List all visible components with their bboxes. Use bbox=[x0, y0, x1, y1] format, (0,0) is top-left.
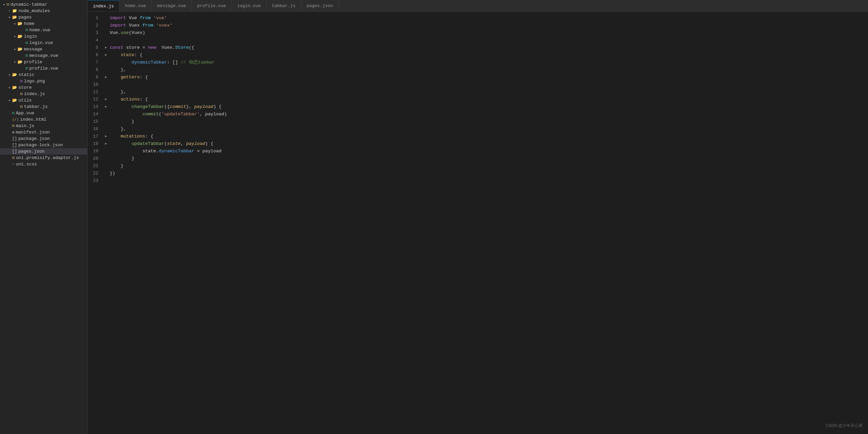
sidebar-item-label: node_modules bbox=[19, 8, 50, 13]
chevron-down-icon: ▾ bbox=[7, 15, 12, 20]
sidebar-item-manifest-json[interactable]: › ⚙ manifest.json bbox=[0, 129, 87, 135]
sidebar-item-label: store bbox=[19, 85, 32, 90]
sidebar-item-message-vue[interactable]: › ⊡ message.vue bbox=[0, 53, 87, 59]
code-line-23: 23 bbox=[88, 177, 868, 185]
folder-icon: 📂 bbox=[18, 60, 23, 65]
sidebar-item-message-folder[interactable]: ▾ 📂 message bbox=[0, 46, 87, 53]
chevron-down-icon: ▾ bbox=[7, 73, 12, 77]
code-content: getters: { bbox=[108, 74, 868, 81]
sidebar-item-label: uni.promisify.adaptor.js bbox=[16, 155, 79, 160]
editor-area: index.js home.vue message.vue profile.vu… bbox=[88, 0, 868, 434]
sidebar-item-app-vue[interactable]: › ⊡ App.vue bbox=[0, 110, 87, 116]
fold-icon[interactable]: ▶ bbox=[104, 74, 108, 81]
code-content: dynamicTabbar: [] // 动态tabbar bbox=[108, 59, 868, 66]
chevron-down-icon: ▾ bbox=[7, 99, 12, 103]
sidebar-item-label: pages bbox=[19, 15, 32, 20]
tab-login-vue[interactable]: login.vue bbox=[232, 0, 267, 12]
sidebar-item-pages[interactable]: ▾ 📂 pages bbox=[0, 14, 87, 21]
sidebar-item-label: dynamic-tabbar bbox=[10, 2, 47, 7]
sidebar-item-label: tabbar.js bbox=[24, 104, 48, 109]
line-number: 19 bbox=[88, 147, 104, 155]
code-line-7: 7 dynamicTabbar: [] // 动态tabbar bbox=[88, 59, 868, 66]
js-file-icon: ⊡ bbox=[20, 104, 23, 109]
sidebar-item-label: index.js bbox=[24, 92, 45, 97]
line-number: 13 bbox=[88, 103, 104, 110]
sidebar-item-logo-png[interactable]: › ⊡ logo.png bbox=[0, 78, 87, 85]
sidebar-item-home-folder[interactable]: ▾ 📂 home bbox=[0, 21, 87, 27]
code-content: import Vuex from 'vuex' bbox=[108, 22, 868, 29]
code-line-19: 19 state.dynamicTabbar = payload bbox=[88, 147, 868, 155]
tab-home-vue[interactable]: home.vue bbox=[120, 0, 151, 12]
tab-label: tabbar.js bbox=[272, 3, 296, 8]
sidebar-item-profile-folder[interactable]: ▾ 📂 profile bbox=[0, 59, 87, 65]
sidebar-item-profile-vue[interactable]: › ⊡ profile.vue bbox=[0, 65, 87, 72]
sidebar-item-label: uni.scss bbox=[16, 162, 37, 167]
code-content: } bbox=[108, 118, 868, 125]
sidebar-item-pages-json[interactable]: › [] pages.json bbox=[0, 148, 87, 155]
sidebar-item-uni-adaptor[interactable]: › ⊡ uni.promisify.adaptor.js bbox=[0, 155, 87, 161]
tab-index-js[interactable]: index.js bbox=[88, 0, 120, 12]
chevron-down-icon: ▾ bbox=[1, 3, 7, 7]
tab-label: pages.json bbox=[307, 3, 333, 8]
line-number: 12 bbox=[88, 96, 104, 103]
code-line-15: 15 } bbox=[88, 118, 868, 125]
sidebar-item-node_modules[interactable]: › 📁 node_modules bbox=[0, 8, 87, 14]
code-content: import Vue from 'vue' bbox=[108, 14, 868, 22]
settings-file-icon: ⚙ bbox=[12, 130, 14, 134]
code-editor[interactable]: 1 import Vue from 'vue' 2 import Vuex fr… bbox=[88, 12, 868, 434]
json-file-icon: [] bbox=[12, 143, 17, 147]
folder-icon: 📂 bbox=[18, 34, 23, 39]
line-number: 20 bbox=[88, 155, 104, 162]
vue-file-icon: ⊡ bbox=[26, 28, 28, 33]
sidebar-item-package-json[interactable]: › [] package.json bbox=[0, 135, 87, 142]
tabs-bar: index.js home.vue message.vue profile.vu… bbox=[88, 0, 868, 12]
sidebar-item-uni-scss[interactable]: › ~ uni.scss bbox=[0, 161, 87, 167]
sidebar-item-home-vue[interactable]: › ⊡ home.vue bbox=[0, 27, 87, 33]
sidebar-item-root[interactable]: ▾ ⊟ dynamic-tabbar bbox=[0, 1, 87, 8]
line-number: 5 bbox=[88, 44, 104, 52]
code-content: }, bbox=[108, 125, 868, 133]
fold-icon[interactable]: ▶ bbox=[104, 133, 108, 140]
sidebar-item-package-lock-json[interactable]: › [] package-lock.json bbox=[0, 142, 87, 148]
fold-icon[interactable]: ▶ bbox=[104, 103, 108, 110]
tab-pages-json[interactable]: pages.json bbox=[301, 0, 339, 12]
line-number: 1 bbox=[88, 14, 104, 22]
fold-icon[interactable]: ▶ bbox=[104, 44, 108, 52]
sidebar-item-label: static bbox=[19, 72, 34, 77]
fold-icon[interactable]: ▶ bbox=[104, 140, 108, 147]
line-number: 10 bbox=[88, 81, 104, 89]
sidebar-item-index-html[interactable]: › ⟨/⟩ index.html bbox=[0, 116, 87, 123]
code-line-11: 11 }, bbox=[88, 89, 868, 96]
code-content: Vue.use(Vuex) bbox=[108, 29, 868, 37]
fold-icon[interactable]: ▶ bbox=[104, 52, 108, 59]
sidebar-item-store-folder[interactable]: ▾ 📂 store bbox=[0, 85, 87, 91]
chevron-down-icon: ▾ bbox=[12, 35, 18, 39]
code-content: } bbox=[108, 162, 868, 170]
sidebar-item-label: index.html bbox=[20, 117, 46, 122]
sidebar-item-label: login bbox=[24, 34, 37, 39]
folder-icon: 📂 bbox=[12, 15, 17, 20]
js-file-icon: ⊡ bbox=[12, 123, 14, 128]
sidebar-item-tabbar-js[interactable]: › ⊡ tabbar.js bbox=[0, 104, 87, 110]
sidebar-item-label: home bbox=[24, 21, 34, 26]
line-number: 15 bbox=[88, 118, 104, 125]
tab-label: login.vue bbox=[237, 3, 261, 8]
sidebar-item-utils-folder[interactable]: ▾ 📂 utils bbox=[0, 97, 87, 104]
sidebar-item-label: App.vue bbox=[16, 110, 34, 115]
fold-icon[interactable]: ▶ bbox=[104, 96, 108, 103]
line-number: 23 bbox=[88, 177, 104, 185]
tab-message-vue[interactable]: message.vue bbox=[152, 0, 192, 12]
code-line-13: 13 ▶ changeTabbar({commit}, payload) { bbox=[88, 103, 868, 110]
tab-profile-vue[interactable]: profile.vue bbox=[192, 0, 232, 12]
sidebar-item-login-vue[interactable]: › ⊡ login.vue bbox=[0, 40, 87, 46]
html-file-icon: ⟨/⟩ bbox=[12, 117, 19, 122]
sidebar-item-label: main.js bbox=[16, 123, 34, 128]
sidebar-item-label: package.json bbox=[18, 136, 50, 141]
chevron-down-icon: ▾ bbox=[7, 86, 12, 90]
sidebar-item-store-index-js[interactable]: › ⊡ index.js bbox=[0, 91, 87, 97]
sidebar-item-login-folder[interactable]: ▾ 📂 login bbox=[0, 33, 87, 40]
vue-file-icon: ⊡ bbox=[26, 66, 28, 71]
tab-tabbar-js[interactable]: tabbar.js bbox=[267, 0, 301, 12]
sidebar-item-static-folder[interactable]: ▾ 📂 static bbox=[0, 72, 87, 78]
sidebar-item-main-js[interactable]: › ⊡ main.js bbox=[0, 123, 87, 129]
